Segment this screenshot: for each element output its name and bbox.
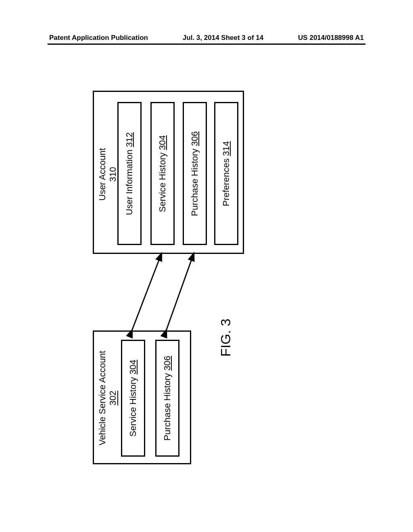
vsa-purchase-history-text: Purchase History [162,373,172,441]
header-rule [48,44,365,45]
user-account-title: User Account 310 [97,108,118,241]
ua-service-history-text: Service History [157,152,167,212]
vsa-service-history-box: Service History 304 [121,340,145,457]
link-service-history-icon [132,254,161,330]
vehicle-service-account-container: Vehicle Service Account 302 Service Hist… [93,330,191,464]
vsa-service-history-text: Service History [128,377,138,436]
ua-service-history-box: Service History 304 [150,102,175,245]
header-center: Jul. 3, 2014 Sheet 3 of 14 [183,34,263,42]
user-account-title-text: User Account [97,148,107,201]
preferences-box: Preferences 314 [214,102,238,245]
user-information-ref: 312 [124,132,134,147]
page-root: Patent Application Publication Jul. 3, 2… [0,0,413,532]
user-account-title-ref: 310 [108,167,118,182]
ua-service-history-ref: 304 [157,135,167,150]
user-information-text: User Information [124,150,134,215]
user-information-box: User Information 312 [117,102,142,245]
header-left: Patent Application Publication [49,34,148,42]
vsa-purchase-history-ref: 306 [162,356,172,371]
vsa-title-text: Vehicle Service Account [97,351,107,446]
vsa-purchase-history-box: Purchase History 306 [155,340,179,457]
page-header: Patent Application Publication Jul. 3, 2… [49,34,364,42]
preferences-ref: 314 [221,141,231,156]
link-purchase-history-icon [166,254,194,330]
diagram-area: User Account 310 User Information 312 Se… [93,91,319,466]
user-account-container: User Account 310 User Information 312 Se… [93,91,244,254]
vehicle-service-account-title: Vehicle Service Account 302 [97,340,118,457]
preferences-text: Preferences [221,158,231,206]
header-right: US 2014/0188998 A1 [298,34,364,42]
ua-purchase-history-text: Purchase History [190,148,200,216]
figure-caption: FIG. 3 [218,319,234,357]
ua-purchase-history-box: Purchase History 306 [183,102,207,245]
vsa-service-history-ref: 304 [128,360,138,375]
ua-purchase-history-ref: 306 [190,131,200,146]
vsa-title-ref: 302 [108,391,118,406]
